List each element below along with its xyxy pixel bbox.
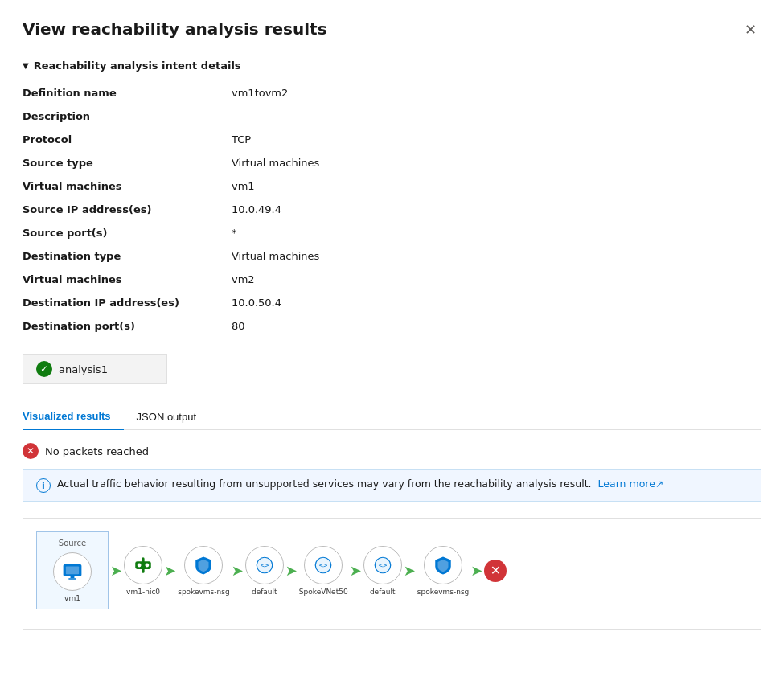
info-text: Actual traffic behavior resulting from u…: [57, 478, 663, 490]
default1-label: default: [252, 588, 277, 596]
vm1-label: vm1: [64, 594, 80, 602]
nsg2-icon: [424, 546, 462, 584]
detail-value: Virtual machines: [232, 151, 761, 174]
result-message: No packets reached: [45, 445, 149, 457]
svg-rect-1: [66, 567, 79, 575]
node-vm1: vm1: [53, 552, 92, 602]
info-icon: i: [36, 478, 51, 493]
result-status-row: ✕ No packets reached: [23, 443, 761, 459]
nsg1-icon: [184, 546, 223, 584]
section-title: Reachability analysis intent details: [34, 59, 241, 72]
dialog-title: View reachability analysis results: [23, 19, 327, 39]
detail-label: Definition name: [23, 81, 232, 105]
svg-point-6: [146, 563, 150, 567]
arrow-6: ➤: [404, 562, 416, 579]
tab-json[interactable]: JSON output: [137, 404, 209, 429]
spokevnet50-label: SpokeVNet50: [299, 588, 348, 596]
default2-label: default: [370, 588, 396, 596]
arrow-2: ➤: [164, 562, 176, 579]
detail-value: 10.0.49.4: [232, 198, 761, 221]
nsg2-label: spokevms-nsg: [417, 588, 469, 596]
detail-value: vm1: [232, 174, 761, 198]
detail-label: Source type: [23, 151, 232, 174]
arrow-3: ➤: [232, 562, 244, 579]
detail-label: Virtual machines: [23, 174, 232, 198]
svg-rect-3: [68, 578, 76, 580]
dialog-container: View reachability analysis results ✕ ▼ R…: [0, 0, 784, 693]
detail-value: vm2: [232, 268, 761, 291]
diagram-area: Source vm1 ➤: [23, 518, 761, 630]
svg-rect-2: [71, 576, 75, 578]
detail-label: Virtual machines: [23, 268, 232, 291]
analysis-name: analysis1: [59, 363, 108, 375]
learn-more-link[interactable]: Learn more↗: [598, 478, 664, 490]
node-spokevnet50: <> SpokeVNet50: [299, 546, 348, 596]
detail-value: TCP: [232, 128, 761, 151]
detail-label: Destination IP address(es): [23, 291, 232, 314]
detail-label: Source IP address(es): [23, 198, 232, 221]
arrow-1: ➤: [110, 562, 122, 579]
node-nsg-2: spokevms-nsg: [417, 546, 469, 596]
svg-text:<>: <>: [319, 561, 328, 569]
default2-icon: <>: [363, 546, 402, 584]
detail-label: Protocol: [23, 128, 232, 151]
svg-point-5: [138, 563, 142, 567]
svg-text:<>: <>: [378, 561, 387, 569]
detail-value: Virtual machines: [232, 244, 761, 268]
detail-value: vm1tovm2: [232, 81, 761, 105]
diagram-inner: Source vm1 ➤: [36, 531, 748, 609]
nic0-label: vm1-nic0: [126, 588, 160, 596]
success-icon: ✓: [36, 361, 52, 377]
source-label: Source: [59, 539, 86, 547]
error-icon: ✕: [23, 443, 39, 459]
tabs-container: Visualized results JSON output: [23, 404, 761, 430]
detail-value: *: [232, 221, 761, 244]
tab-visualized[interactable]: Visualized results: [23, 404, 124, 430]
svg-rect-7: [142, 557, 144, 563]
chevron-icon: ▼: [23, 61, 29, 70]
svg-text:<>: <>: [260, 561, 269, 569]
analysis-badge: ✓ analysis1: [23, 354, 167, 384]
nic0-icon: [124, 546, 162, 584]
detail-value: [232, 105, 761, 128]
svg-rect-8: [142, 568, 144, 573]
detail-label: Description: [23, 105, 232, 128]
vm1-icon: [53, 552, 92, 591]
source-box: Source vm1: [36, 531, 109, 609]
end-error-node: ✕: [484, 560, 507, 582]
spokevnet50-icon: <>: [304, 546, 343, 584]
dialog-header: View reachability analysis results ✕: [23, 19, 761, 40]
detail-value: 80: [232, 314, 761, 338]
detail-label: Destination port(s): [23, 314, 232, 338]
detail-value: 10.0.50.4: [232, 291, 761, 314]
arrow-7: ➤: [470, 562, 482, 579]
arrow-4: ➤: [285, 562, 298, 579]
close-button[interactable]: ✕: [740, 19, 761, 40]
node-default-1: <> default: [245, 546, 284, 596]
info-banner: i Actual traffic behavior resulting from…: [23, 469, 761, 502]
node-nsg-1: spokevms-nsg: [178, 546, 229, 596]
nsg1-label: spokevms-nsg: [178, 588, 229, 596]
detail-label: Source port(s): [23, 221, 232, 244]
arrow-5: ➤: [350, 562, 362, 579]
section-header: ▼ Reachability analysis intent details: [23, 59, 761, 72]
details-grid: Definition namevm1tovm2DescriptionProtoc…: [23, 81, 761, 338]
default1-icon: <>: [245, 546, 284, 584]
node-default-2: <> default: [363, 546, 402, 596]
detail-label: Destination type: [23, 244, 232, 268]
node-vm1-nic0: vm1-nic0: [124, 546, 162, 596]
